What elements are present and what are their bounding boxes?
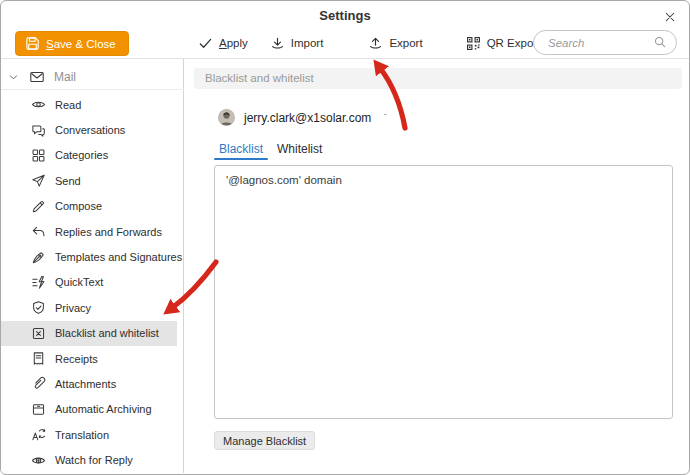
envelope-icon — [29, 69, 45, 85]
sidebar-item-categories[interactable]: Categories — [1, 143, 177, 168]
import-button[interactable]: Import — [259, 36, 335, 51]
settings-dialog: Settings Save & Close Apply Import Expor… — [0, 0, 690, 475]
chat-bubbles-icon — [31, 123, 46, 138]
paper-plane-icon — [31, 173, 46, 188]
export-label: Export — [389, 37, 422, 49]
import-label: Import — [291, 37, 324, 49]
archive-box-icon — [31, 402, 46, 417]
box-x-icon — [31, 326, 46, 341]
translate-icon — [31, 427, 46, 442]
sidebar-item-blacklist-and-whitelist[interactable]: Blacklist and whitelist — [1, 321, 177, 346]
dialog-title: Settings — [1, 8, 689, 23]
sidebar-items: Read Conversations Categories Send Compo… — [1, 92, 177, 473]
sidebar-item-read[interactable]: Read — [1, 92, 177, 117]
sidebar-section-divider — [1, 89, 184, 90]
sidebar-item-receipts[interactable]: Receipts — [1, 346, 177, 371]
sidebar-item-translation[interactable]: Translation — [1, 422, 177, 447]
save-icon — [25, 36, 40, 51]
close-button[interactable] — [662, 9, 678, 25]
sidebar-section-label: Mail — [54, 70, 76, 84]
quicktext-icon — [31, 275, 46, 290]
sidebar-item-compose[interactable]: Compose — [1, 194, 177, 219]
sidebar-item-automatic-archiving[interactable]: Automatic Archiving — [1, 397, 177, 422]
import-icon — [270, 36, 285, 51]
apply-label: Apply — [219, 37, 248, 49]
chevron-down-icon — [382, 114, 392, 121]
blacklist-entries[interactable]: '@lagnos.com' domain — [214, 165, 673, 419]
save-and-close-label: Save & Close — [46, 38, 116, 50]
account-selector[interactable]: jerry.clark@x1solar.com — [218, 108, 392, 127]
settings-toolbar: Apply Import Export QR Export — [187, 30, 551, 56]
pencil-icon — [31, 199, 46, 214]
paperclip-icon — [31, 376, 46, 391]
reply-arrow-icon — [31, 224, 46, 239]
export-icon — [368, 36, 383, 51]
search-icon — [653, 35, 667, 49]
manage-blacklist-label: Manage Blacklist — [223, 435, 306, 447]
panel-title: Blacklist and whitelist — [205, 72, 314, 84]
sidebar-item-quicktext[interactable]: QuickText — [1, 270, 177, 295]
watch-eye-icon — [31, 453, 46, 468]
receipt-icon — [31, 351, 46, 366]
sidebar-item-conversations[interactable]: Conversations — [1, 117, 177, 142]
save-and-close-button[interactable]: Save & Close — [15, 31, 129, 56]
qr-code-icon — [466, 36, 481, 51]
chevron-down-icon — [8, 72, 19, 83]
sidebar-item-send[interactable]: Send — [1, 168, 177, 193]
sidebar-item-templates-and-signatures[interactable]: Templates and Signatures — [1, 244, 177, 269]
sidebar-item-watch-for-reply[interactable]: Watch for Reply — [1, 447, 177, 472]
tab-whitelist[interactable]: Whitelist — [277, 142, 322, 156]
settings-sidebar: Mail Read Conversations Categories Send … — [1, 59, 184, 473]
avatar — [218, 109, 235, 126]
shield-check-icon — [31, 300, 46, 315]
manage-blacklist-button[interactable]: Manage Blacklist — [214, 431, 315, 450]
tab-blacklist[interactable]: Blacklist — [219, 142, 263, 156]
fountain-pen-icon — [31, 250, 46, 265]
blacklist-entry[interactable]: '@lagnos.com' domain — [215, 173, 672, 187]
panel-title-bar: Blacklist and whitelist — [194, 68, 682, 89]
eye-icon — [31, 97, 46, 112]
active-tab-underline — [214, 158, 268, 160]
sidebar-item-privacy[interactable]: Privacy — [1, 295, 177, 320]
check-icon — [198, 36, 213, 51]
grid-icon — [31, 148, 46, 163]
apply-button[interactable]: Apply — [187, 36, 259, 51]
search-box — [533, 30, 677, 55]
account-email: jerry.clark@x1solar.com — [244, 111, 371, 125]
close-icon — [664, 11, 676, 23]
export-button[interactable]: Export — [357, 36, 433, 51]
sidebar-section-mail[interactable]: Mail — [1, 66, 177, 88]
sidebar-item-attachments[interactable]: Attachments — [1, 371, 177, 396]
sidebar-item-replies-and-forwards[interactable]: Replies and Forwards — [1, 219, 177, 244]
